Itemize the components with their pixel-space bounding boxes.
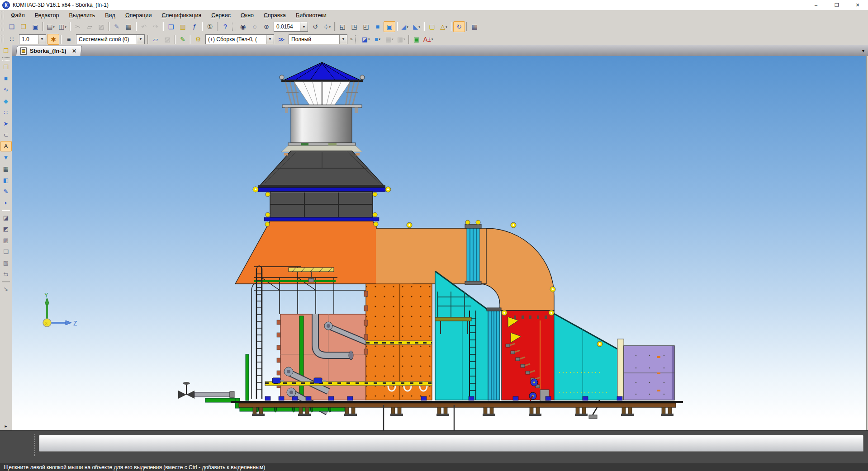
stamp-icon[interactable]: ▧: [0, 258, 12, 268]
undo-icon[interactable]: ↶: [138, 21, 150, 32]
face-query-icon[interactable]: ◪: [0, 212, 12, 223]
orientation-front-icon[interactable]: ◱: [337, 21, 348, 32]
pan-view-icon[interactable]: ⊹▾: [321, 21, 333, 32]
access-ladder[interactable]: [251, 266, 262, 399]
print-icon[interactable]: ▤▾: [45, 21, 57, 32]
menu-window[interactable]: Окно: [236, 11, 259, 20]
menu-operations[interactable]: Операции: [120, 11, 157, 20]
menu-editor[interactable]: Редактор: [30, 11, 64, 20]
menu-specification[interactable]: Спецификация: [157, 11, 206, 20]
toolbar-grip[interactable]: [1, 23, 4, 31]
close-button[interactable]: ✕: [847, 0, 868, 10]
extrude-icon[interactable]: ◗: [0, 198, 12, 208]
base-frame[interactable]: [231, 396, 683, 430]
menu-view[interactable]: Вид: [100, 11, 120, 20]
chevron-down-icon[interactable]: ▼: [38, 35, 46, 44]
spec-table-icon[interactable]: ▦: [123, 21, 134, 32]
rotate-view-icon[interactable]: ↺: [309, 21, 321, 32]
layer-combo[interactable]: Системный слой (0) ▼: [76, 34, 145, 44]
component-icon[interactable]: ■: [0, 73, 12, 84]
redo-icon[interactable]: ↷: [150, 21, 161, 32]
filter-objects-icon[interactable]: ▼: [0, 152, 12, 163]
copy-properties-icon[interactable]: ✎: [111, 21, 123, 32]
sketch-icon[interactable]: ✎: [0, 186, 12, 197]
hide-objects-icon[interactable]: ◣▾: [411, 21, 422, 32]
document-tab[interactable]: Sborka_(fn-1) ✕: [16, 46, 82, 56]
orientation-iso-icon[interactable]: ◳: [348, 21, 360, 32]
menu-select[interactable]: Выделить: [64, 11, 100, 20]
numbering-icon[interactable]: ①: [204, 21, 216, 32]
spline-icon[interactable]: ∿: [0, 85, 12, 95]
part-combo[interactable]: (+) Сборка (Тел-0, ( ▼: [205, 34, 274, 44]
variables-icon[interactable]: ▥: [177, 21, 189, 32]
new-part-icon[interactable]: ❒: [0, 45, 12, 56]
part-folder-icon[interactable]: ❏: [0, 246, 12, 257]
collections-icon[interactable]: ⊂: [0, 130, 12, 140]
expand-panel-icon[interactable]: ▸: [5, 424, 7, 429]
show-document-window-icon[interactable]: ❑: [165, 21, 177, 32]
transition-strip[interactable]: [617, 339, 624, 400]
local-cs-icon[interactable]: ▱: [150, 34, 161, 45]
zoom-in-icon[interactable]: ⊕: [261, 21, 272, 32]
spec-book-icon[interactable]: ▦: [0, 164, 12, 174]
spec-view-icon[interactable]: ▤▾: [384, 34, 395, 45]
array-icon[interactable]: ∷: [0, 107, 12, 118]
chevron-down-icon[interactable]: ▼: [266, 35, 274, 44]
save-document-icon[interactable]: ▣: [29, 21, 41, 32]
step-combo[interactable]: 1.0 ▼: [19, 34, 46, 44]
tab-close-icon[interactable]: ✕: [72, 48, 76, 54]
menu-file[interactable]: Файл: [6, 11, 30, 20]
corner-query-icon[interactable]: ◩: [0, 224, 12, 234]
context-help-icon[interactable]: ?: [219, 21, 231, 32]
zoom-frame-icon[interactable]: ◌: [249, 21, 261, 32]
assembly-component-icon[interactable]: ⚙: [192, 34, 204, 45]
display-shaded-icon[interactable]: ■: [372, 21, 384, 32]
display-shaded2-icon[interactable]: ■▾: [372, 34, 384, 45]
chevron-down-icon[interactable]: ▼: [137, 35, 144, 44]
display-shaded-edges-icon[interactable]: ▣: [384, 21, 395, 32]
stack-box[interactable]: [264, 192, 379, 221]
layout-view-icon[interactable]: ▥▾: [395, 34, 407, 45]
silencer-box[interactable]: [624, 346, 674, 400]
detail-combo[interactable]: Полный ▼: [289, 34, 347, 44]
toolbar-grip[interactable]: [1, 35, 4, 43]
surfaces-icon[interactable]: ▢: [426, 21, 438, 32]
functions-icon[interactable]: ƒ: [189, 21, 200, 32]
measure-query-icon[interactable]: ➘: [0, 284, 12, 294]
minimize-button[interactable]: –: [806, 0, 826, 10]
orientation-top-icon[interactable]: ◰: [360, 21, 372, 32]
hide-components-icon[interactable]: ◢▾: [399, 21, 411, 32]
dock-grip[interactable]: [34, 434, 37, 456]
measure-3d-icon[interactable]: ▣: [411, 34, 422, 45]
frame-icon[interactable]: ◧: [0, 175, 12, 185]
display-mode-icon[interactable]: ◪▾: [360, 34, 372, 45]
cyan-casing-left[interactable]: [435, 271, 489, 400]
plane-icon[interactable]: ◆: [0, 96, 12, 106]
open-document-icon[interactable]: ❐: [18, 21, 29, 32]
detail-level-icon[interactable]: ≫: [275, 34, 287, 45]
property-bar[interactable]: [39, 435, 863, 452]
stack-hopper[interactable]: [253, 151, 391, 192]
copy-icon[interactable]: ▱: [84, 21, 95, 32]
check-document-icon[interactable]: ✎: [177, 34, 189, 45]
menu-help[interactable]: Справка: [259, 11, 291, 20]
stack-cylinder[interactable]: [281, 108, 362, 152]
paste-icon[interactable]: ▨: [95, 21, 107, 32]
expansion-joint-horizontal[interactable]: [465, 220, 481, 285]
rotate-model-icon[interactable]: ↻: [453, 21, 465, 32]
new-document-icon[interactable]: ❏: [6, 21, 18, 32]
edit-part-icon[interactable]: ❒: [0, 62, 12, 72]
copy-object-icon[interactable]: ➤: [0, 118, 12, 129]
print-preview-icon[interactable]: ◫▾: [57, 21, 68, 32]
toolbar-grip[interactable]: [2, 57, 9, 61]
toolbar-grip[interactable]: [1, 11, 4, 19]
snap-icon[interactable]: ✱: [47, 34, 59, 45]
menu-libraries[interactable]: Библиотеки: [291, 11, 332, 20]
cs-secondary-icon[interactable]: ▨: [161, 34, 173, 45]
burner-box[interactable]: [502, 310, 554, 403]
hatch-query-icon[interactable]: ▨: [0, 235, 12, 245]
restore-button[interactable]: ❐: [826, 0, 847, 10]
pointer-icon[interactable]: A: [0, 141, 12, 151]
layers-icon[interactable]: ≡: [63, 34, 75, 45]
chevron-down-icon[interactable]: ▼: [339, 35, 347, 44]
